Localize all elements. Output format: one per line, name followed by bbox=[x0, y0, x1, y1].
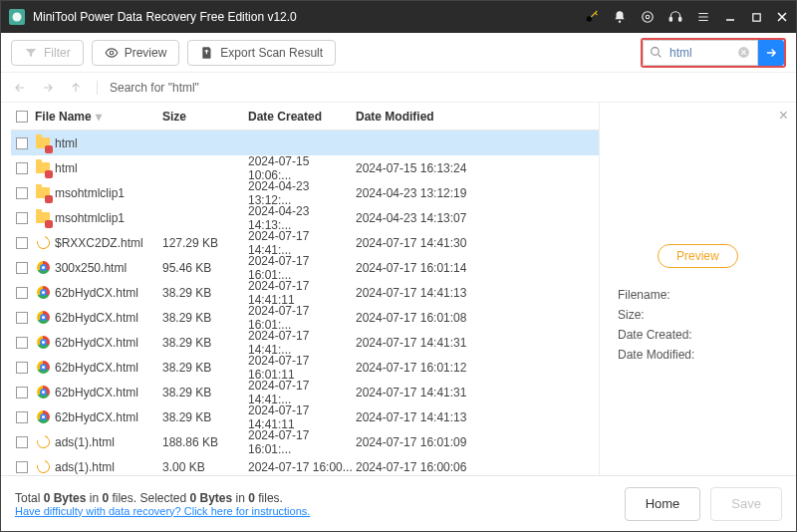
minimize-button[interactable] bbox=[722, 9, 738, 25]
row-checkbox[interactable] bbox=[11, 337, 33, 349]
table-row[interactable]: 62bHydCX.html38.29 KB2024-07-17 14:41:11… bbox=[11, 280, 599, 305]
row-size: 38.29 KB bbox=[162, 286, 248, 300]
row-modified: 2024-07-17 16:01:14 bbox=[356, 261, 599, 275]
search-submit-button[interactable] bbox=[758, 40, 784, 66]
row-checkbox[interactable] bbox=[11, 162, 33, 174]
row-checkbox[interactable] bbox=[11, 436, 33, 448]
search-input[interactable] bbox=[667, 45, 732, 61]
row-created: 2024-04-23 13:12:... bbox=[248, 179, 356, 207]
row-checkbox[interactable] bbox=[11, 461, 33, 473]
folder-icon bbox=[35, 160, 51, 176]
window-title: MiniTool Power Data Recovery Free Editio… bbox=[33, 10, 575, 24]
filename-text: 300x250.html bbox=[55, 261, 127, 275]
meta-filename: Filename: bbox=[618, 288, 786, 302]
filename-text: html bbox=[55, 161, 78, 175]
folder-icon bbox=[35, 135, 51, 151]
filename-text: 62bHydCX.html bbox=[55, 386, 138, 399]
table-row[interactable]: 300x250.html95.46 KB2024-07-17 16:01:...… bbox=[11, 255, 599, 280]
table-row[interactable]: ads(1).html3.00 KB2024-07-17 16:00...202… bbox=[11, 454, 599, 475]
preview-button[interactable]: Preview bbox=[92, 40, 180, 66]
chrome-icon bbox=[35, 310, 51, 326]
nav-back-icon[interactable] bbox=[11, 79, 29, 97]
row-checkbox[interactable] bbox=[11, 212, 33, 224]
table-row[interactable]: 62bHydCX.html38.29 KB2024-07-17 14:41:11… bbox=[11, 404, 599, 429]
row-checkbox[interactable] bbox=[11, 287, 33, 299]
main-area: File Name ▾ Size Date Created Date Modif… bbox=[1, 103, 796, 475]
col-size[interactable]: Size bbox=[162, 110, 248, 124]
nav-bar: Search for "html" bbox=[1, 73, 796, 103]
close-button[interactable] bbox=[774, 9, 790, 25]
filename-text: $RXXC2DZ.html bbox=[55, 236, 143, 250]
clear-search-icon[interactable] bbox=[737, 46, 751, 60]
breadcrumb: Search for "html" bbox=[110, 81, 199, 95]
home-button[interactable]: Home bbox=[625, 487, 701, 521]
row-checkbox[interactable] bbox=[11, 362, 33, 374]
row-modified: 2024-07-17 16:01:12 bbox=[356, 361, 599, 375]
notifications-icon[interactable] bbox=[611, 8, 629, 26]
col-modified[interactable]: Date Modified bbox=[356, 110, 591, 124]
support-headset-icon[interactable] bbox=[666, 8, 684, 26]
filter-button[interactable]: Filter bbox=[11, 40, 84, 66]
header-checkbox[interactable] bbox=[11, 111, 33, 123]
row-filename: html bbox=[33, 160, 162, 176]
chevron-down-icon: ▾ bbox=[96, 110, 102, 124]
table-row[interactable]: 62bHydCX.html38.29 KB2024-07-17 14:41:..… bbox=[11, 330, 599, 355]
row-checkbox[interactable] bbox=[11, 312, 33, 324]
row-checkbox[interactable] bbox=[11, 387, 33, 399]
close-preview-icon[interactable]: × bbox=[779, 107, 788, 125]
row-modified: 2024-04-23 14:13:07 bbox=[356, 211, 599, 225]
titlebar-actions bbox=[583, 8, 790, 26]
row-created: 2024-07-17 16:00... bbox=[248, 460, 356, 474]
chrome-icon bbox=[35, 335, 51, 351]
preview-action-button[interactable]: Preview bbox=[658, 244, 738, 268]
row-checkbox[interactable] bbox=[11, 237, 33, 249]
disc-icon[interactable] bbox=[639, 8, 657, 26]
table-header: File Name ▾ Size Date Created Date Modif… bbox=[11, 103, 599, 131]
nav-forward-icon[interactable] bbox=[39, 79, 57, 97]
filename-text: 62bHydCX.html bbox=[55, 311, 138, 325]
svg-point-8 bbox=[110, 51, 114, 55]
preview-pane: × Preview Filename: Size: Date Created: … bbox=[599, 103, 796, 475]
row-checkbox[interactable] bbox=[11, 137, 33, 149]
row-checkbox[interactable] bbox=[11, 187, 33, 199]
col-created[interactable]: Date Created bbox=[248, 110, 356, 124]
row-created: 2024-07-17 14:41:... bbox=[248, 229, 356, 257]
svg-point-9 bbox=[652, 48, 660, 56]
row-checkbox[interactable] bbox=[11, 262, 33, 274]
row-modified: 2024-07-17 16:01:09 bbox=[356, 435, 599, 449]
save-button[interactable]: Save bbox=[710, 487, 782, 521]
table-row[interactable]: 62bHydCX.html38.29 KB2024-07-17 14:41:..… bbox=[11, 380, 599, 404]
table-body[interactable]: htmlhtml2024-07-15 10:06:...2024-07-15 1… bbox=[11, 131, 599, 475]
row-size: 38.29 KB bbox=[162, 311, 248, 325]
export-button[interactable]: Export Scan Result bbox=[187, 40, 336, 66]
maximize-button[interactable] bbox=[748, 9, 764, 25]
table-row[interactable]: msohtmlclip12024-04-23 14:13:...2024-04-… bbox=[11, 205, 599, 230]
table-row[interactable]: msohtmlclip12024-04-23 13:12:...2024-04-… bbox=[11, 180, 599, 205]
row-created: 2024-07-17 16:01:... bbox=[248, 428, 356, 456]
meta-created: Date Created: bbox=[618, 328, 786, 342]
app-logo-icon bbox=[9, 9, 25, 25]
filename-text: msohtmlclip1 bbox=[55, 186, 125, 200]
table-row[interactable]: html2024-07-15 10:06:...2024-07-15 16:13… bbox=[11, 155, 599, 180]
row-size: 188.86 KB bbox=[162, 435, 248, 449]
folder-icon bbox=[35, 185, 51, 201]
table-row[interactable]: 62bHydCX.html38.29 KB2024-07-17 16:01:11… bbox=[11, 355, 599, 380]
row-filename: msohtmlclip1 bbox=[33, 185, 162, 201]
menu-icon[interactable] bbox=[694, 8, 712, 26]
row-filename: ads(1).html bbox=[33, 459, 162, 475]
row-modified: 2024-07-17 14:41:31 bbox=[356, 336, 599, 350]
upgrade-key-icon[interactable] bbox=[583, 8, 601, 26]
row-filename: ads(1).html bbox=[33, 434, 162, 450]
help-link[interactable]: Have difficulty with data recovery? Clic… bbox=[15, 505, 615, 517]
row-size: 38.29 KB bbox=[162, 361, 248, 375]
table-row[interactable]: $RXXC2DZ.html127.29 KB2024-07-17 14:41:.… bbox=[11, 230, 599, 255]
table-row[interactable]: html bbox=[11, 131, 599, 155]
filename-text: 62bHydCX.html bbox=[55, 361, 138, 375]
nav-up-icon[interactable] bbox=[67, 79, 85, 97]
col-filename[interactable]: File Name ▾ bbox=[33, 110, 162, 124]
table-row[interactable]: 62bHydCX.html38.29 KB2024-07-17 16:01:..… bbox=[11, 305, 599, 330]
table-row[interactable]: ads(1).html188.86 KB2024-07-17 16:01:...… bbox=[11, 429, 599, 454]
row-checkbox[interactable] bbox=[11, 411, 33, 423]
footer-status: Total 0 Bytes in 0 files. Selected 0 Byt… bbox=[15, 491, 615, 517]
browser-icon bbox=[35, 459, 51, 475]
